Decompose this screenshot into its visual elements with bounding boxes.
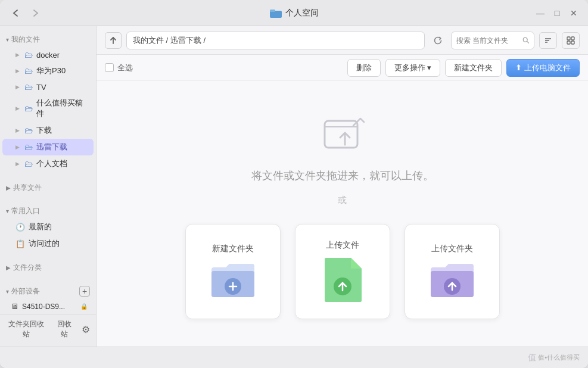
my-files-section[interactable]: ▾ 我的文件	[0, 31, 96, 47]
path-bar: 我的文件 / 迅雷下载 /	[126, 32, 425, 49]
common-chevron: ▾	[6, 208, 9, 214]
folder-icon: 🗁	[24, 142, 33, 152]
new-folder-card-label: 新建文件夹	[212, 244, 254, 254]
drop-or-text: 或	[338, 195, 347, 206]
sidebar-item-label: 迅雷下载	[36, 142, 67, 152]
sidebar: ▾ 我的文件 ▶ 🗁 docker ▶ 🗁 华为P30 ▶ 🗁 TV ▶ 🗁	[0, 26, 97, 347]
minimize-button[interactable]: —	[533, 6, 547, 20]
drop-text: 将文件或文件夹拖进来，就可以上传。	[251, 169, 434, 183]
nav-back-button[interactable]	[7, 5, 24, 21]
refresh-button[interactable]	[430, 32, 446, 49]
sidebar-item-xunlei[interactable]: ▶ 🗁 迅雷下载	[2, 139, 94, 155]
sidebar-item-label: 最新的	[29, 222, 52, 232]
chevron-icon: ▶	[15, 52, 20, 58]
sidebar-item-tv[interactable]: ▶ 🗁 TV	[2, 79, 94, 95]
nav-forward-button[interactable]	[27, 5, 44, 21]
up-button[interactable]	[105, 32, 122, 49]
view-toggle-button[interactable]	[562, 32, 580, 49]
up-arrow-icon	[110, 36, 117, 45]
chevron-icon: ▶	[15, 84, 20, 90]
statusbar: 值 值•什么值得买	[0, 347, 588, 368]
folder-icon: 🗁	[24, 104, 33, 113]
select-all-checkbox[interactable]	[105, 63, 114, 72]
sidebar-item-recent[interactable]: 🕐 最新的	[2, 219, 94, 235]
upload-button[interactable]: ⬆ 上传电脑文件	[506, 59, 580, 77]
new-folder-card[interactable]: 新建文件夹	[185, 224, 281, 319]
close-button[interactable]: ✕	[567, 6, 581, 20]
new-folder-button[interactable]: 新建文件夹	[445, 59, 502, 77]
sidebar-item-zhide[interactable]: ▶ 🗁 什么值得买稿件	[2, 95, 94, 122]
chevron-icon: ▶	[15, 68, 20, 74]
chevron-icon: ▶	[15, 105, 20, 111]
svg-rect-1	[270, 10, 275, 12]
folder-icon: 🗁	[24, 159, 33, 169]
new-folder-icon	[209, 259, 257, 300]
sidebar-item-label: 什么值得买稿件	[36, 98, 88, 119]
sidebar-item-label: 华为P30	[36, 66, 66, 76]
upload-file-card[interactable]: 上传文件	[295, 224, 390, 319]
sidebar-bottom: 文件夹回收站 回收站 ⚙	[0, 314, 96, 344]
shared-section[interactable]: ▶ 共享文件	[0, 179, 96, 195]
window-title-text: 个人空间	[285, 8, 319, 18]
add-external-button[interactable]: +	[79, 286, 90, 297]
maximize-button[interactable]: □	[550, 6, 564, 20]
external-section[interactable]: ▾ 外部设备 +	[0, 282, 96, 299]
window-buttons: — □ ✕	[533, 6, 581, 20]
grid-view-icon	[567, 36, 575, 45]
delete-button[interactable]: 删除	[347, 59, 381, 77]
chevron-icon: ▶	[15, 127, 20, 133]
svg-rect-7	[567, 37, 570, 40]
chevron-icon: ▶	[15, 144, 20, 150]
titlebar: 个人空间 — □ ✕	[0, 0, 588, 26]
clock-icon: 🕐	[15, 223, 25, 232]
sidebar-item-label: docker	[36, 51, 60, 60]
common-section[interactable]: ▾ 常用入口	[0, 202, 96, 219]
external-label: 外部设备	[11, 286, 40, 297]
svg-rect-10	[571, 41, 574, 44]
search-icon	[522, 36, 529, 44]
action-cards: 新建文件夹 上传文件	[185, 224, 500, 319]
folder-icon: 🗁	[24, 82, 33, 92]
window: 个人空间 — □ ✕ ▾ 我的文件 ▶ 🗁 docker ▶ 🗁 华为P3	[0, 0, 588, 368]
upload-file-icon	[321, 255, 364, 303]
category-section[interactable]: ▶ 文件分类	[0, 259, 96, 275]
upload-folder-card-label: 上传文件夹	[431, 244, 473, 254]
recycle-button[interactable]: 回收站	[54, 319, 74, 339]
sidebar-item-device[interactable]: 🖥 S4510-DS9... 🔒	[2, 299, 94, 314]
sidebar-item-label: 下载	[36, 125, 52, 136]
sidebar-item-huawei[interactable]: ▶ 🗁 华为P30	[2, 63, 94, 79]
settings-button[interactable]: ⚙	[82, 324, 90, 335]
external-chevron: ▾	[6, 288, 9, 295]
svg-rect-11	[325, 121, 357, 148]
folder-icon: 🗁	[24, 66, 33, 76]
sidebar-item-label: 访问过的	[29, 238, 60, 249]
sidebar-item-visited[interactable]: 📋 访问过的	[2, 235, 94, 252]
chevron-icon: ▶	[15, 161, 20, 167]
more-actions-button[interactable]: 更多操作 ▾	[385, 59, 441, 77]
file-trash-button[interactable]: 文件夹回收站	[6, 319, 47, 339]
my-files-label: 我的文件	[11, 35, 40, 45]
svg-rect-8	[571, 37, 574, 40]
path-text: 我的文件 / 迅雷下载 /	[133, 35, 206, 46]
actionbar: 全选 删除 更多操作 ▾ 新建文件夹 ⬆ 上传电脑文件	[97, 55, 588, 81]
sidebar-item-download[interactable]: ▶ 🗁 下载	[2, 122, 94, 139]
shared-chevron: ▶	[6, 185, 11, 191]
upload-folder-card[interactable]: 上传文件夹	[405, 224, 500, 319]
shared-label: 共享文件	[13, 183, 42, 193]
sort-button[interactable]	[539, 32, 557, 49]
content-area: 我的文件 / 迅雷下载 /	[97, 26, 588, 347]
device-icon: 🖥	[11, 302, 18, 311]
drop-icon	[319, 109, 366, 157]
sidebar-item-docker[interactable]: ▶ 🗁 docker	[2, 47, 94, 63]
my-files-chevron: ▾	[6, 36, 9, 43]
action-buttons: 删除 更多操作 ▾ 新建文件夹 ⬆ 上传电脑文件	[347, 59, 580, 77]
select-all-control[interactable]: 全选	[105, 63, 133, 73]
main-layout: ▾ 我的文件 ▶ 🗁 docker ▶ 🗁 华为P30 ▶ 🗁 TV ▶ 🗁	[0, 26, 588, 347]
logo-text: 值•什么值得买	[538, 353, 580, 362]
watermark: 值 值•什么值得买	[528, 353, 580, 363]
search-input[interactable]	[456, 36, 519, 45]
category-chevron: ▶	[6, 264, 11, 271]
sidebar-item-personal[interactable]: ▶ 🗁 个人文档	[2, 155, 94, 172]
sidebar-item-label: 个人文档	[36, 158, 67, 169]
device-name: S4510-DS9...	[22, 302, 65, 311]
